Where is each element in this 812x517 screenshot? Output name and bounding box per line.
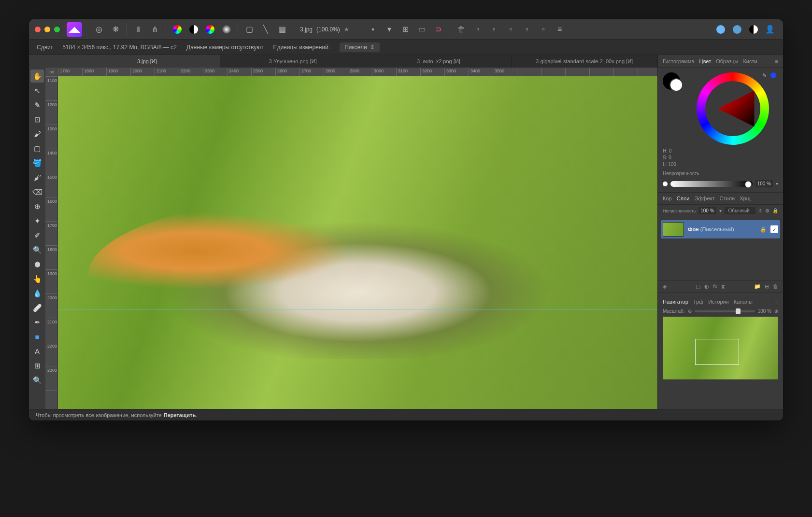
layer-blend-icon[interactable]: ◈ [663, 283, 667, 290]
paint-brush-tool[interactable]: 🖌 [30, 171, 44, 184]
color-wheel[interactable] [697, 72, 769, 145]
navigator-viewport[interactable] [695, 339, 739, 365]
drop-tool[interactable]: 💧 [30, 287, 44, 300]
histogram-tab[interactable]: Гистограмма [663, 58, 695, 64]
panel-menu-icon[interactable]: ≡ [775, 58, 778, 64]
hand-tool[interactable]: ✋ [30, 70, 44, 83]
guide-vertical[interactable] [478, 76, 478, 409]
studio1-icon[interactable] [713, 22, 728, 37]
dodge-tool[interactable]: 🔍 [30, 243, 44, 256]
fx-icon[interactable]: fx [713, 283, 717, 290]
snap-icon[interactable]: ⊃ [431, 22, 446, 37]
maximize-button[interactable] [54, 27, 60, 32]
zoom-in-button[interactable]: ⊕ [774, 308, 778, 314]
studio3-icon[interactable] [746, 22, 761, 37]
doc-tab-1[interactable]: 3-Улучшено.png [И] [220, 55, 366, 68]
studio2-icon[interactable] [730, 22, 744, 37]
marquee-tool[interactable]: ▢ [30, 142, 44, 155]
channel-icon[interactable]: ▪ [366, 22, 380, 37]
layer-visibility-checkbox[interactable]: ✓ [770, 225, 778, 233]
nodes-icon[interactable]: ⋔ [147, 22, 162, 37]
arrange3-icon[interactable]: ▫ [503, 22, 518, 37]
zoom-tool[interactable]: 🔍 [30, 374, 44, 387]
smudge-tool[interactable]: 👆 [30, 272, 44, 285]
pattern-icon[interactable]: ▦ [275, 22, 289, 37]
doc-tab-0[interactable]: 3.jpg [И] [74, 55, 220, 68]
text-tool[interactable]: A [30, 345, 44, 358]
blur-tool[interactable]: ⬢ [30, 258, 44, 271]
zoom-slider[interactable] [695, 310, 755, 312]
zoom-out-button[interactable]: ⊖ [688, 308, 692, 314]
nav-menu-icon[interactable]: ≡ [775, 299, 778, 305]
storage-tab[interactable]: Хрщ [740, 196, 751, 201]
units-select[interactable]: Пиксели ⇕ [340, 42, 380, 52]
primary-color[interactable] [670, 78, 683, 92]
minimize-button[interactable] [44, 27, 50, 32]
doc-tab-2[interactable]: 3_auto_x2.png [И] [366, 55, 512, 68]
mask-icon[interactable]: ▢ [696, 283, 700, 290]
gear-icon[interactable]: ⚙ [765, 208, 769, 213]
shape-tool[interactable]: ■ [30, 330, 44, 343]
canvas[interactable] [58, 76, 657, 409]
layer-row[interactable]: Фон (Пиксельный) 🔒 ✓ [661, 220, 780, 238]
bw-icon[interactable] [186, 22, 201, 37]
doc-tab-3[interactable]: 3-gigapixel-standard-scale-2_00x.png [И] [512, 55, 657, 68]
brushes-tab[interactable]: Кисти [743, 58, 757, 64]
swatches-tab[interactable]: Образцы [716, 58, 738, 64]
zoom-value[interactable]: 100 % [758, 308, 771, 314]
crop-tool[interactable]: ⊡ [30, 113, 44, 126]
live-filter-icon[interactable]: ⧗ [721, 283, 725, 290]
selection-brush-tool[interactable]: 🖌 [30, 127, 44, 140]
transform-tab[interactable]: Трф [693, 299, 703, 305]
layer-lock-icon[interactable]: 🔒 [760, 226, 767, 233]
arrange2-icon[interactable]: ▫ [487, 22, 501, 37]
add-layer-icon[interactable]: ⊞ [765, 283, 769, 290]
retouch-tool[interactable]: ✦ [30, 214, 44, 227]
heal-tool[interactable]: 🩹 [30, 301, 44, 314]
picked-color-icon[interactable] [770, 72, 776, 78]
lock-icon[interactable]: 🔒 [772, 208, 778, 213]
navigator-tab[interactable]: Навигатор [663, 299, 688, 305]
erase-tool[interactable]: ⌫ [30, 185, 44, 198]
channels-tab[interactable]: Каналы [734, 299, 753, 305]
arrange5-icon[interactable]: ▫ [536, 22, 551, 37]
effects-tab[interactable]: Эффект [694, 196, 714, 201]
guide-vertical[interactable] [106, 76, 106, 409]
curves-icon[interactable]: ⫴ [131, 22, 145, 37]
trash-icon[interactable]: 🗑 [454, 22, 469, 37]
history-tab[interactable]: История [708, 299, 729, 305]
layer-opacity-value[interactable]: 100 % [698, 207, 716, 214]
layers-tab[interactable]: Слои [677, 196, 690, 201]
slash-icon[interactable]: ╲ [258, 22, 273, 37]
adjustment-icon[interactable]: ◐ [704, 283, 709, 290]
arrange-icon[interactable]: ▫ [470, 22, 485, 37]
channel-short-tab[interactable]: Кор [663, 196, 672, 201]
delete-layer-icon[interactable]: 🗑 [773, 283, 778, 290]
color-picker-tool[interactable]: ✎ [30, 98, 44, 112]
navigator-thumbnail[interactable] [663, 317, 778, 379]
eyedropper-icon[interactable]: ✎ [762, 72, 767, 79]
color-opacity-value[interactable]: 100 % [755, 180, 773, 187]
ruler-toggle-icon[interactable]: ▭ [415, 22, 429, 37]
dropdown-icon[interactable]: ▾ [382, 22, 397, 37]
adjust-wheel-icon[interactable] [170, 22, 185, 37]
blend-mode-select[interactable]: Обычный [725, 207, 755, 214]
styles-tab[interactable]: Стили [720, 196, 735, 201]
move-tool[interactable]: ↖ [30, 84, 44, 97]
clone-tool[interactable]: ⊕ [30, 200, 44, 213]
color-opacity-slider[interactable] [670, 181, 753, 187]
opacity-chevron-icon[interactable]: ▾ [776, 181, 778, 186]
mesh-tool[interactable]: ⊞ [30, 359, 44, 372]
grid-icon[interactable]: ⊞ [399, 22, 413, 37]
pen-tool[interactable]: ✒ [30, 316, 44, 329]
blend-chevron-icon[interactable]: ⇕ [758, 208, 762, 213]
align-icon[interactable]: ≡ [553, 22, 567, 37]
guide-horizontal[interactable] [58, 309, 657, 309]
marquee-icon[interactable]: ▢ [242, 22, 256, 37]
flood-tool[interactable]: 🪣 [30, 156, 44, 169]
color-tab[interactable]: Цвет [699, 58, 712, 64]
color-wheel-icon[interactable] [203, 22, 217, 37]
vignette-icon[interactable] [219, 22, 234, 37]
arrange4-icon[interactable]: ▫ [520, 22, 534, 37]
pencil-tool[interactable]: ✐ [30, 229, 44, 242]
